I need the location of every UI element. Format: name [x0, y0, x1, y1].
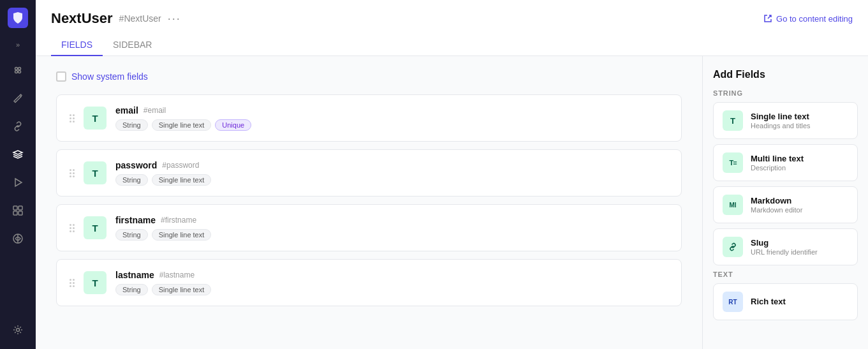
nav-icon-play[interactable] [6, 171, 29, 194]
slug-name: Slug [751, 238, 818, 248]
tag-single-line-pw: Single line text [152, 174, 212, 186]
show-system-fields-row: Show system fields [56, 71, 682, 82]
tab-fields[interactable]: FIELDS [51, 34, 103, 56]
svg-point-3 [18, 71, 21, 73]
main-content: NextUser #NextUser ··· Go to content edi… [36, 0, 868, 349]
markdown-name: Markdown [751, 196, 802, 205]
slug-icon [723, 237, 743, 257]
svg-point-0 [15, 68, 18, 70]
svg-point-1 [18, 68, 21, 70]
field-type-multi-line-text[interactable]: T≡ Multi line text Description [713, 144, 858, 181]
slug-info: Slug URL friendly identifier [751, 238, 818, 256]
single-line-text-name: Single line text [751, 112, 811, 121]
field-card-firstname[interactable]: T firstname #firstname String Single lin… [56, 204, 682, 251]
svg-marker-4 [15, 179, 22, 186]
field-type-slug[interactable]: Slug URL friendly identifier [713, 228, 858, 265]
drag-handle-lastname[interactable] [70, 279, 75, 287]
add-fields-panel: Add Fields STRING T Single line text Hea… [702, 56, 868, 349]
field-type-markdown[interactable]: MI Markdown Markdown editor [713, 186, 858, 223]
header: NextUser #NextUser ··· Go to content edi… [36, 0, 868, 56]
field-hash-firstname: #firstname [161, 216, 196, 225]
field-tags-email: String Single line text Unique [115, 119, 668, 131]
tag-string-fn: String [115, 229, 148, 241]
tag-unique: Unique [215, 119, 251, 131]
add-fields-title: Add Fields [713, 69, 858, 80]
field-card-lastname[interactable]: T lastname #lastname String Single line … [56, 259, 682, 306]
tag-single-line-fn: Single line text [152, 229, 212, 241]
section-label-string: STRING [713, 89, 858, 97]
field-tags-lastname: String Single line text [115, 284, 668, 295]
markdown-desc: Markdown editor [751, 206, 802, 214]
field-card-password[interactable]: T password #password String Single line … [56, 149, 682, 197]
field-icon-email: T [84, 107, 107, 130]
field-info-password: password #password String Single line te… [115, 160, 668, 186]
nav-icon-edit[interactable] [6, 87, 29, 110]
nav-icon-home[interactable] [6, 59, 29, 82]
rich-text-name: Rich text [751, 297, 786, 306]
field-tags-password: String Single line text [115, 174, 668, 186]
field-hash-lastname: #lastname [159, 271, 195, 279]
external-link-icon [763, 14, 772, 23]
fields-panel: Show system fields T email #email String [36, 56, 702, 349]
tag-single-line-ln: Single line text [152, 284, 212, 295]
slug-desc: URL friendly identifier [751, 248, 818, 256]
svg-rect-8 [18, 211, 22, 215]
show-system-fields-checkbox[interactable] [56, 71, 66, 82]
left-navigation: » [0, 0, 36, 349]
nav-icon-grid[interactable] [6, 199, 29, 222]
rich-text-icon: RT [723, 292, 743, 312]
markdown-info: Markdown Markdown editor [751, 196, 802, 214]
svg-rect-6 [18, 206, 22, 210]
tag-string-pw: String [115, 174, 148, 186]
nav-icon-settings[interactable] [6, 318, 29, 341]
page-hash: #NextUser [119, 13, 161, 24]
nav-icon-layers[interactable] [6, 143, 29, 166]
drag-handle-email[interactable] [70, 114, 75, 123]
svg-rect-5 [13, 206, 17, 210]
svg-point-2 [15, 71, 18, 73]
tag-string-ln: String [115, 284, 148, 295]
multi-line-text-icon: T≡ [723, 152, 743, 173]
field-name-lastname: lastname [115, 270, 154, 280]
field-icon-lastname: T [84, 271, 107, 294]
svg-rect-7 [13, 211, 17, 215]
field-icon-firstname: T [84, 216, 107, 239]
field-info-firstname: firstname #firstname String Single line … [115, 215, 668, 241]
body-area: Show system fields T email #email String [36, 56, 868, 349]
nav-icon-connect[interactable] [6, 227, 29, 250]
field-info-email: email #email String Single line text Uni… [115, 105, 668, 131]
svg-point-10 [17, 329, 20, 332]
page-title: NextUser [51, 10, 113, 27]
tab-bar: FIELDS SIDEBAR [51, 34, 853, 56]
go-to-content-editing-link[interactable]: Go to content editing [763, 14, 853, 24]
rich-text-info: Rich text [751, 297, 786, 307]
field-name-firstname: firstname [115, 215, 156, 225]
app-logo[interactable] [8, 8, 28, 28]
field-name-email: email [115, 105, 138, 115]
single-line-text-icon: T [723, 110, 743, 131]
single-line-text-desc: Headings and titles [751, 122, 811, 130]
field-tags-firstname: String Single line text [115, 229, 668, 241]
nav-expand-icon[interactable]: » [11, 38, 24, 51]
field-icon-password: T [84, 161, 107, 184]
field-type-single-line-text[interactable]: T Single line text Headings and titles [713, 102, 858, 139]
field-hash-email: #email [143, 106, 166, 115]
more-options-button[interactable]: ··· [168, 12, 181, 26]
multi-line-text-desc: Description [751, 164, 804, 172]
field-info-lastname: lastname #lastname String Single line te… [115, 270, 668, 295]
tag-single-line: Single line text [152, 119, 212, 131]
single-line-text-info: Single line text Headings and titles [751, 112, 811, 130]
section-label-text: TEXT [713, 271, 858, 278]
multi-line-text-name: Multi line text [751, 154, 804, 163]
nav-icon-link[interactable] [6, 115, 29, 138]
drag-handle-password[interactable] [70, 169, 75, 177]
multi-line-text-info: Multi line text Description [751, 154, 804, 172]
markdown-icon: MI [723, 195, 743, 215]
field-card-email[interactable]: T email #email String Single line text U… [56, 94, 682, 142]
field-hash-password: #password [162, 161, 199, 170]
tab-sidebar[interactable]: SIDEBAR [103, 34, 162, 56]
drag-handle-firstname[interactable] [70, 224, 75, 232]
field-type-rich-text[interactable]: RT Rich text [713, 283, 858, 320]
show-system-fields-label[interactable]: Show system fields [71, 71, 148, 82]
tag-string: String [115, 119, 148, 131]
